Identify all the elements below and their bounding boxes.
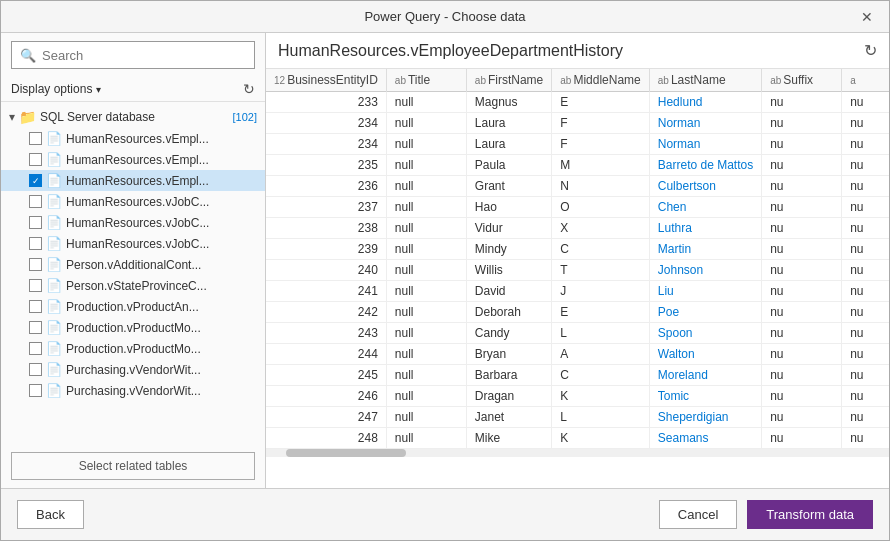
tree-item[interactable]: 📄 Person.vStateProvinceC... — [1, 275, 265, 296]
tree-item[interactable]: 📄 HumanResources.vEmpl... — [1, 149, 265, 170]
table-cell: Deborah — [466, 302, 551, 323]
table-cell: F — [552, 113, 649, 134]
data-table-wrapper[interactable]: 12BusinessEntityIDabTitleabFirstNameabMi… — [266, 69, 889, 488]
select-related-button[interactable]: Select related tables — [11, 452, 255, 480]
table-row: 245nullBarbaraCMorelandnunu — [266, 365, 889, 386]
table-cell-partial: nu — [842, 218, 889, 239]
table-cell: L — [552, 407, 649, 428]
tree-item-checkbox[interactable] — [29, 237, 42, 250]
back-button[interactable]: Back — [17, 500, 84, 529]
horizontal-scrollbar[interactable] — [266, 449, 889, 457]
table-icon: 📄 — [46, 299, 62, 314]
tree-item[interactable]: 📄 Purchasing.vVendorWit... — [1, 380, 265, 401]
table-cell: nu — [762, 323, 842, 344]
tree-item[interactable]: 📄 HumanResources.vJobC... — [1, 212, 265, 233]
table-cell: 242 — [266, 302, 386, 323]
search-input[interactable] — [42, 48, 246, 63]
tree-item[interactable]: ✓ 📄 HumanResources.vEmpl... — [1, 170, 265, 191]
tree-item-checkbox[interactable] — [29, 216, 42, 229]
table-icon: 📄 — [46, 257, 62, 272]
table-cell: null — [386, 365, 466, 386]
table-cell: 247 — [266, 407, 386, 428]
content-area: 🔍 Display options ▾ ↻ ▾ 📁 SQL Server dat… — [1, 33, 889, 488]
tree-item-checkbox[interactable] — [29, 279, 42, 292]
tree-item-checkbox[interactable] — [29, 153, 42, 166]
table-icon: 📄 — [46, 362, 62, 377]
tree-item-checkbox[interactable] — [29, 195, 42, 208]
tree-area[interactable]: ▾ 📁 SQL Server database [102] 📄 HumanRes… — [1, 102, 265, 444]
tree-item-checkbox[interactable] — [29, 342, 42, 355]
cancel-button[interactable]: Cancel — [659, 500, 737, 529]
table-cell: Norman — [649, 113, 761, 134]
table-column-header: abLastName — [649, 69, 761, 92]
display-options-button[interactable]: Display options ▾ — [11, 82, 101, 96]
column-name-label: MiddleName — [573, 73, 640, 87]
tree-item[interactable]: 📄 HumanResources.vJobC... — [1, 191, 265, 212]
close-button[interactable]: ✕ — [857, 7, 877, 27]
tree-item-label: HumanResources.vJobC... — [66, 216, 209, 230]
tree-item-checkbox[interactable] — [29, 321, 42, 334]
table-cell: null — [386, 113, 466, 134]
table-cell: K — [552, 428, 649, 449]
table-cell: Laura — [466, 113, 551, 134]
transform-data-button[interactable]: Transform data — [747, 500, 873, 529]
folder-icon: 📁 — [19, 109, 36, 125]
tree-root[interactable]: ▾ 📁 SQL Server database [102] — [1, 106, 265, 128]
tree-root-label: SQL Server database — [40, 110, 225, 124]
tree-item[interactable]: 📄 Purchasing.vVendorWit... — [1, 359, 265, 380]
tree-item-checkbox[interactable] — [29, 300, 42, 313]
table-cell: Poe — [649, 302, 761, 323]
tree-item[interactable]: 📄 Person.vAdditionalCont... — [1, 254, 265, 275]
table-icon: 📄 — [46, 131, 62, 146]
tree-item[interactable]: 📄 HumanResources.vEmpl... — [1, 128, 265, 149]
table-cell: null — [386, 134, 466, 155]
refresh-icon[interactable]: ↻ — [243, 81, 255, 97]
tree-item[interactable]: 📄 Production.vProductMo... — [1, 338, 265, 359]
table-row: 238nullVidurXLuthranunu — [266, 218, 889, 239]
display-options-bar: Display options ▾ ↻ — [1, 77, 265, 102]
table-column-header: abTitle — [386, 69, 466, 92]
search-box[interactable]: 🔍 — [11, 41, 255, 69]
table-cell: Paula — [466, 155, 551, 176]
tree-item-label: HumanResources.vEmpl... — [66, 174, 209, 188]
table-cell: Hao — [466, 197, 551, 218]
tree-item-checkbox[interactable] — [29, 258, 42, 271]
column-type-label: ab — [560, 75, 571, 86]
tree-item[interactable]: 📄 HumanResources.vJobC... — [1, 233, 265, 254]
tree-item[interactable]: 📄 Production.vProductMo... — [1, 317, 265, 338]
table-cell-partial: nu — [842, 365, 889, 386]
table-cell-partial: nu — [842, 344, 889, 365]
table-row: 244nullBryanAWaltonnunu — [266, 344, 889, 365]
table-cell: null — [386, 407, 466, 428]
tree-item-checkbox[interactable] — [29, 384, 42, 397]
table-cell: Hedlund — [649, 92, 761, 113]
tree-root-count: [102] — [233, 111, 257, 123]
table-cell: Laura — [466, 134, 551, 155]
table-cell: nu — [762, 344, 842, 365]
tree-item-checkbox[interactable] — [29, 132, 42, 145]
column-type-label: ab — [395, 75, 406, 86]
table-icon: 📄 — [46, 320, 62, 335]
title-bar: Power Query - Choose data ✕ — [1, 1, 889, 33]
table-cell: Mindy — [466, 239, 551, 260]
table-cell: O — [552, 197, 649, 218]
table-row: 234nullLauraFNormannunu — [266, 134, 889, 155]
table-cell: Liu — [649, 281, 761, 302]
table-row: 236nullGrantNCulbertsonnunu — [266, 176, 889, 197]
table-cell: nu — [762, 239, 842, 260]
table-row: 235nullPaulaMBarreto de Mattosnunu — [266, 155, 889, 176]
table-cell: Culbertson — [649, 176, 761, 197]
tree-item-checkbox[interactable] — [29, 363, 42, 376]
table-cell: nu — [762, 386, 842, 407]
tree-item-label: HumanResources.vEmpl... — [66, 153, 209, 167]
table-cell: 234 — [266, 134, 386, 155]
table-cell: nu — [762, 302, 842, 323]
table-cell: nu — [762, 155, 842, 176]
table-cell: null — [386, 428, 466, 449]
tree-item[interactable]: 📄 Production.vProductAn... — [1, 296, 265, 317]
tree-item-checkbox[interactable]: ✓ — [29, 174, 42, 187]
table-cell: null — [386, 281, 466, 302]
table-cell: T — [552, 260, 649, 281]
table-refresh-icon[interactable]: ↻ — [864, 41, 877, 60]
table-cell: Janet — [466, 407, 551, 428]
